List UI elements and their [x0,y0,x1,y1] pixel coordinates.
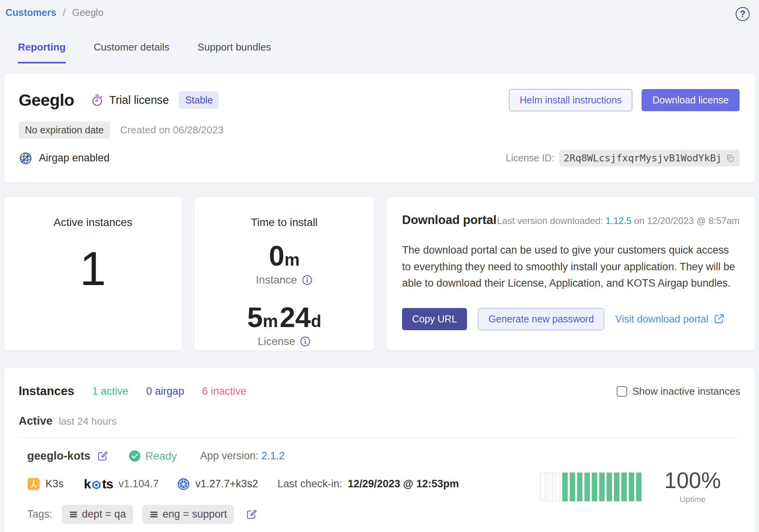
instance-name: geeglo-kots [27,450,91,462]
kots-version: v1.104.7 [119,478,159,490]
uptime-bar [584,472,590,501]
k3s-icon [27,478,40,490]
license-install-time: 5m 24d [194,303,374,331]
uptime-bar [577,472,582,501]
instance-time-value: 0 [269,240,284,271]
tag-label: eng = support [163,508,227,520]
show-inactive-toggle[interactable]: Show inactive instances [617,385,740,397]
uptime-bar [540,472,546,501]
uptime-bar [621,472,627,501]
instance-time-label: Instance [256,274,297,286]
inactive-count[interactable]: 6 inactive [202,385,247,397]
stopwatch-icon [91,94,104,107]
download-portal-card: Download portal Last version downloaded:… [386,197,755,351]
license-type: Trial license [91,94,169,107]
license-time-value2: 24 [280,302,311,333]
breadcrumb-customers-link[interactable]: Customers [5,7,56,18]
check-circle-icon [129,450,141,462]
tag-chip: eng = support [142,505,234,524]
license-id-value: 2Rq8WLcsjfxqrMysjvB1WodYkBj [564,152,722,164]
customer-reporting-page: Customers / Geeglo ? Reporting Customer … [0,0,759,532]
copy-url-button[interactable]: Copy URL [402,308,467,330]
customer-header-card: Geeglo Trial license Stable Helm install… [4,74,755,183]
expiration-badge: No expiration date [19,121,110,139]
tab-customer-details[interactable]: Customer details [94,41,170,63]
channel-badge: Stable [179,91,219,109]
uptime-bar [636,472,642,501]
k8s-version: v1.27.7+k3s2 [195,478,258,490]
airgap-count[interactable]: 0 airgap [146,385,184,397]
time-to-install-title: Time to install [194,216,374,229]
license-time-unit1: m [263,312,278,331]
external-link-icon [713,313,725,325]
instance-status: Ready [129,450,177,462]
license-id-pill: 2Rq8WLcsjfxqrMysjvB1WodYkBj [559,150,740,166]
app-version-link[interactable]: 2.1.2 [261,450,285,462]
customer-name: Geeglo [19,91,74,110]
instance-install-time: 0m [194,242,374,270]
tag-label: dept = qa [82,508,126,520]
distribution-group: K3s [27,478,64,490]
last-version-prefix: Last version downloaded: [497,215,606,226]
last-checkin-label: Last check-in: [278,478,343,490]
visit-download-portal-link[interactable]: Visit download portal [615,313,724,325]
uptime-bar [607,472,612,501]
instances-title: Instances [19,384,74,398]
kots-logo: k ts [84,476,113,492]
info-icon[interactable] [300,336,311,347]
time-to-install-card: Time to install 0m Instance 5m 24d [194,197,374,351]
tag-rows-icon [149,510,159,519]
active-instances-value: 1 [4,245,182,292]
tags-label: Tags: [27,508,52,520]
kots-logo-ts: ts [102,476,113,492]
breadcrumb-separator: / [63,7,66,18]
active-instances-title: Active instances [4,216,182,229]
active-count[interactable]: 1 active [92,385,128,397]
tab-reporting[interactable]: Reporting [18,41,66,63]
airgap-status: Airgap enabled [19,151,110,165]
license-id-label: License ID: [506,152,554,164]
help-icon[interactable]: ? [736,7,750,21]
download-portal-description: The download portal can be used to give … [402,242,740,292]
uptime-percent: 100% [664,469,721,492]
license-time-label: License [258,335,296,348]
info-icon[interactable] [302,275,313,285]
airgap-label: Airgap enabled [39,152,110,164]
uptime-bar [614,472,619,501]
kots-version-group: k ts v1.104.7 [84,476,159,492]
show-inactive-label: Show inactive instances [633,385,740,397]
edit-instance-name-icon[interactable] [97,450,108,462]
tab-support-bundles[interactable]: Support bundles [198,41,271,63]
uptime-bar [570,472,575,501]
tag-rows-icon [69,510,78,519]
helm-install-instructions-button[interactable]: Helm install instructions [509,89,632,111]
uptime-bar [599,472,605,501]
k8s-version-group: v1.27.7+k3s2 [177,478,258,490]
uptime-bars [540,472,642,501]
last-version-downloaded: Last version downloaded: 1.12.5 on 12/20… [497,215,740,226]
kubernetes-icon [177,478,190,490]
license-time-unit2: d [311,312,321,331]
download-portal-title: Download portal [402,213,497,227]
edit-tags-icon[interactable] [246,509,257,520]
last-checkin: Last check-in: 12/29/2023 @ 12:53pm [278,478,459,490]
show-inactive-checkbox[interactable] [617,386,627,397]
uptime-bar [555,472,560,501]
license-type-label: Trial license [109,94,169,107]
kots-logo-o [91,480,101,490]
top-bar: Customers / Geeglo ? [4,4,755,21]
active-instances-card: Active instances 1 [4,197,182,351]
last-checkin-value: 12/29/2023 @ 12:53pm [348,478,459,490]
uptime-bar [562,472,568,501]
uptime-block: 100% Uptime [540,469,721,504]
generate-new-password-button[interactable]: Generate new password [478,308,604,330]
uptime-bar [629,472,634,501]
uptime-bar [547,472,553,501]
copy-icon[interactable] [726,154,735,163]
tab-bar: Reporting Customer details Support bundl… [18,41,755,63]
download-license-button[interactable]: Download license [642,89,740,111]
breadcrumb-current: Geeglo [72,7,103,18]
kots-logo-k: k [84,476,91,492]
last-version-link[interactable]: 1.12.5 [605,215,631,226]
tag-chip: dept = qa [62,505,133,524]
